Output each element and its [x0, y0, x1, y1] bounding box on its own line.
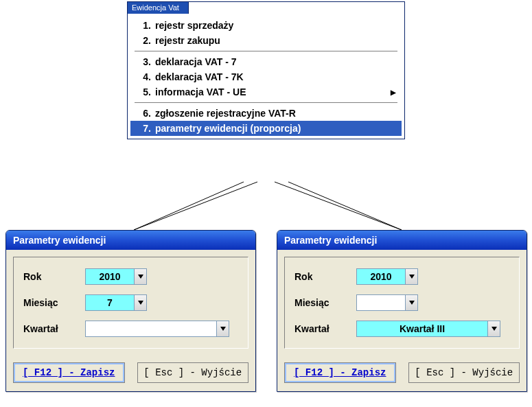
- field-group: Rok 2010 Miesiąc 7 Kwartał: [13, 257, 248, 349]
- menu-item-number: 5.: [133, 86, 155, 97]
- menu-separator: [135, 51, 397, 51]
- dropdown-button-icon[interactable]: [405, 295, 417, 310]
- dropdown-button-icon[interactable]: [134, 269, 146, 284]
- combo-value: Kwartał III: [357, 321, 487, 336]
- dialog-buttons: [ F12 ] - Zapisz [ Esc ] - Wyjście: [277, 356, 527, 391]
- row-rok: Rok 2010: [23, 268, 238, 285]
- menu-item-label: zgłoszenie rejestracyjne VAT-R: [155, 108, 399, 119]
- dialog-body: Rok 2010 Miesiąc 7 Kwartał: [6, 250, 255, 356]
- menu-item-rejestr-sprzedazy[interactable]: 1. rejestr sprzedaży: [130, 18, 402, 33]
- menu-item-label: parametry ewidencji (proporcja): [155, 123, 399, 134]
- label-rok: Rok: [294, 271, 356, 282]
- menu-item-number: 6.: [133, 108, 155, 119]
- menu-item-number: 4.: [133, 71, 155, 82]
- menu-body: 1. rejestr sprzedaży 2. rejestr zakupu 3…: [128, 14, 404, 139]
- svg-line-3: [288, 182, 402, 230]
- combo-miesiac[interactable]: [356, 294, 418, 311]
- menu-item-label: rejestr sprzedaży: [155, 20, 399, 31]
- menu-item-zgloszenie-vatr[interactable]: 6. zgłoszenie rejestracyjne VAT-R: [130, 106, 402, 121]
- combo-kwartal[interactable]: Kwartał III: [356, 321, 500, 337]
- combo-value: 2010: [86, 269, 134, 284]
- dialog-titlebar[interactable]: Parametry ewidencji: [6, 231, 255, 250]
- combo-value: 2010: [357, 269, 405, 284]
- parameters-dialog-quarterly: Parametry ewidencji Rok 2010 Miesiąc: [277, 230, 527, 392]
- field-group: Rok 2010 Miesiąc Kwartał: [284, 257, 520, 349]
- vat-menu: Ewidencja Vat 1. rejestr sprzedaży 2. re…: [127, 1, 405, 139]
- dialog-titlebar[interactable]: Parametry ewidencji: [277, 231, 527, 250]
- dialog-title: Parametry ewidencji: [13, 235, 106, 246]
- combo-rok[interactable]: 2010: [85, 268, 147, 285]
- menu-separator: [135, 102, 397, 103]
- combo-value: 7: [86, 295, 134, 310]
- label-kwartal: Kwartał: [23, 323, 85, 334]
- menu-item-number: 2.: [133, 35, 155, 46]
- combo-kwartal[interactable]: [85, 321, 229, 337]
- dialog-buttons: [ F12 ] - Zapisz [ Esc ] - Wyjście: [6, 356, 255, 391]
- label-miesiac: Miesiąc: [294, 297, 356, 308]
- svg-line-1: [134, 182, 257, 230]
- menu-item-label: deklaracja VAT - 7K: [155, 71, 399, 82]
- svg-line-0: [134, 182, 244, 230]
- label-kwartal: Kwartał: [294, 323, 356, 334]
- dropdown-button-icon[interactable]: [134, 295, 146, 310]
- dropdown-button-icon[interactable]: [487, 321, 500, 336]
- save-button[interactable]: [ F12 ] - Zapisz: [13, 362, 125, 383]
- menu-item-deklaracja-vat7k[interactable]: 4. deklaracja VAT - 7K: [130, 69, 402, 84]
- svg-line-2: [275, 182, 402, 230]
- row-kwartal: Kwartał: [23, 321, 238, 337]
- combo-value: [86, 321, 216, 336]
- label-rok: Rok: [23, 271, 85, 282]
- exit-button[interactable]: [ Esc ] - Wyjście: [408, 362, 520, 383]
- menu-item-deklaracja-vat7[interactable]: 3. deklaracja VAT - 7: [130, 54, 402, 69]
- menu-item-label: informacja VAT - UE: [155, 86, 399, 97]
- exit-button[interactable]: [ Esc ] - Wyjście: [137, 362, 249, 383]
- combo-miesiac[interactable]: 7: [85, 294, 147, 311]
- menu-item-parametry-ewidencji[interactable]: 7. parametry ewidencji (proporcja): [130, 121, 402, 136]
- menu-title: Ewidencja Vat: [127, 1, 189, 14]
- submenu-arrow-icon: ▶: [391, 89, 396, 96]
- dropdown-button-icon[interactable]: [405, 269, 417, 284]
- menu-item-rejestr-zakupu[interactable]: 2. rejestr zakupu: [130, 33, 402, 48]
- row-kwartal: Kwartał Kwartał III: [294, 321, 509, 337]
- menu-item-number: 1.: [133, 20, 155, 31]
- label-miesiac: Miesiąc: [23, 297, 85, 308]
- dropdown-button-icon[interactable]: [216, 321, 229, 336]
- combo-value: [357, 295, 405, 310]
- row-rok: Rok 2010: [294, 268, 509, 285]
- save-button[interactable]: [ F12 ] - Zapisz: [284, 362, 396, 383]
- combo-rok[interactable]: 2010: [356, 268, 418, 285]
- row-miesiac: Miesiąc 7: [23, 294, 238, 311]
- dialog-title: Parametry ewidencji: [284, 235, 377, 246]
- menu-item-label: rejestr zakupu: [155, 35, 399, 46]
- menu-item-number: 3.: [133, 56, 155, 67]
- row-miesiac: Miesiąc: [294, 294, 509, 311]
- parameters-dialog-monthly: Parametry ewidencji Rok 2010 Miesiąc 7: [5, 230, 256, 392]
- menu-item-label: deklaracja VAT - 7: [155, 56, 399, 67]
- dialog-body: Rok 2010 Miesiąc Kwartał: [277, 250, 527, 356]
- menu-item-number: 7.: [133, 123, 155, 134]
- menu-item-informacja-vat-ue[interactable]: 5. informacja VAT - UE ▶: [130, 84, 402, 100]
